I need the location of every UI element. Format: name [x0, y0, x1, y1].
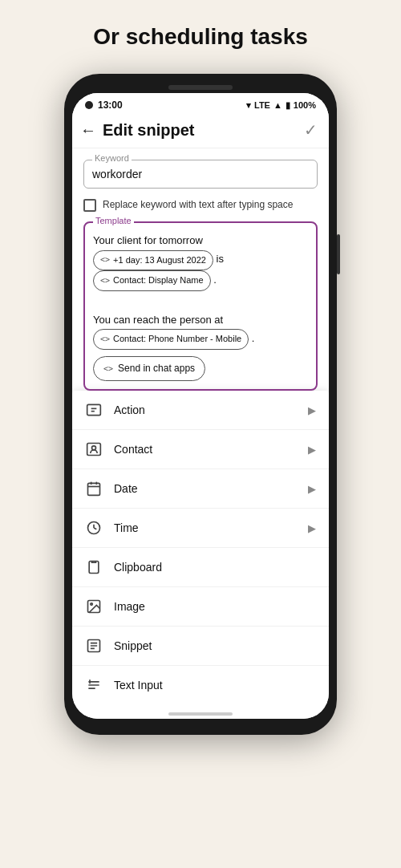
status-right: ▾ LTE ▲ ▮ 100% — [246, 100, 316, 111]
menu-item-snippet-label: Snippet — [114, 639, 152, 652]
time-icon — [85, 519, 103, 537]
chip-phone-label: Contact: Phone Number - Mobile — [113, 331, 241, 347]
confirm-button[interactable]: ✓ — [304, 120, 318, 140]
template-field: Template Your client for tomorrow <> +1 … — [83, 221, 318, 391]
signal-icon: ▲ — [273, 100, 282, 110]
contact-arrow-icon: ▶ — [308, 444, 316, 456]
menu-item-image[interactable]: Image — [72, 587, 329, 627]
date-arrow-icon: ▶ — [308, 483, 316, 495]
context-menu: Action ▶ Contact ▶ — [72, 391, 329, 704]
menu-item-time[interactable]: Time ▶ — [72, 509, 329, 548]
menu-item-time-label: Time — [114, 521, 139, 534]
menu-item-text-input[interactable]: Text Input — [72, 666, 329, 704]
action-icon — [85, 401, 103, 419]
svg-point-14 — [91, 603, 93, 606]
back-button[interactable]: ← — [80, 121, 96, 140]
status-time: 13:00 — [98, 99, 123, 111]
bottom-indicator — [72, 704, 329, 719]
svg-rect-0 — [87, 405, 101, 416]
chip-date-icon: <> — [100, 253, 110, 267]
contact-icon — [85, 440, 103, 458]
menu-item-action-left: Action — [85, 401, 145, 419]
send-chat-chip[interactable]: <> Send in chat apps — [93, 356, 205, 382]
keyword-value: workorder — [92, 168, 142, 180]
menu-item-clipboard[interactable]: Clipboard — [72, 548, 329, 587]
chip-contact-name[interactable]: <> Contact: Display Name — [93, 270, 211, 291]
template-inline3: . — [252, 332, 255, 344]
replace-keyword-row[interactable]: Replace keyword with text after typing s… — [83, 198, 318, 212]
phone-frame: 13:00 ▾ LTE ▲ ▮ 100% ← Edit snippet ✓ Ke… — [64, 74, 337, 735]
svg-rect-5 — [88, 484, 100, 496]
chip-date[interactable]: <> +1 day: 13 August 2022 — [93, 250, 213, 271]
snippet-icon — [85, 637, 103, 655]
menu-item-text-input-left: Text Input — [85, 676, 163, 694]
replace-keyword-label: Replace keyword with text after typing s… — [103, 198, 293, 212]
menu-item-contact-label: Contact — [114, 443, 152, 456]
page-title: Or scheduling tasks — [77, 24, 324, 50]
phone-notch — [72, 85, 329, 90]
battery-icon: ▮ — [286, 100, 290, 111]
chip-contact-name-label: Contact: Display Name — [113, 273, 204, 289]
chip-contact-name-icon: <> — [100, 274, 110, 288]
phone-screen: 13:00 ▾ LTE ▲ ▮ 100% ← Edit snippet ✓ Ke… — [72, 93, 329, 719]
image-icon — [85, 598, 103, 615]
menu-item-image-label: Image — [114, 600, 145, 613]
template-inline1: is — [217, 253, 224, 265]
menu-item-time-left: Time — [85, 519, 139, 537]
send-chip-label: Send in chat apps — [118, 360, 195, 378]
template-line2: You can reach the person at — [93, 314, 223, 326]
menu-item-date[interactable]: Date ▶ — [72, 469, 329, 509]
bottom-bar — [168, 712, 233, 716]
wifi-icon: ▾ — [246, 100, 251, 111]
template-inline2: . — [213, 274, 217, 286]
send-chip-icon: <> — [103, 362, 113, 376]
template-line1: Your client for tomorrow — [93, 234, 203, 246]
screen-content: Keyword workorder Replace keyword with t… — [72, 148, 329, 391]
keyword-label: Keyword — [92, 153, 132, 163]
date-icon — [85, 480, 103, 497]
menu-item-clipboard-left: Clipboard — [85, 558, 162, 576]
menu-item-contact-left: Contact — [85, 440, 152, 458]
keyword-field[interactable]: Keyword workorder — [83, 160, 318, 189]
app-header-left: ← Edit snippet — [80, 121, 194, 140]
time-arrow-icon: ▶ — [308, 522, 316, 534]
menu-item-action[interactable]: Action ▶ — [72, 391, 329, 430]
menu-item-text-input-label: Text Input — [114, 679, 163, 692]
clipboard-icon — [85, 558, 103, 576]
app-header: ← Edit snippet ✓ — [72, 114, 329, 148]
screen-title: Edit snippet — [103, 121, 194, 140]
camera-dot — [85, 101, 93, 109]
template-label: Template — [93, 216, 134, 225]
menu-item-date-label: Date — [114, 482, 138, 495]
lte-label: LTE — [254, 100, 270, 110]
chip-date-label: +1 day: 13 August 2022 — [113, 253, 206, 269]
menu-item-snippet-left: Snippet — [85, 637, 152, 655]
status-bar: 13:00 ▾ LTE ▲ ▮ 100% — [72, 93, 329, 114]
replace-keyword-checkbox[interactable] — [83, 199, 96, 212]
template-body: Your client for tomorrow <> +1 day: 13 A… — [93, 231, 308, 381]
side-button — [337, 234, 340, 274]
battery-label: 100% — [294, 100, 316, 110]
menu-item-contact[interactable]: Contact ▶ — [72, 430, 329, 469]
menu-item-clipboard-label: Clipboard — [114, 561, 162, 574]
chip-phone-icon: <> — [100, 332, 110, 347]
menu-item-date-left: Date — [85, 480, 138, 497]
status-left: 13:00 — [85, 99, 123, 111]
chip-phone[interactable]: <> Contact: Phone Number - Mobile — [93, 329, 249, 350]
menu-item-image-left: Image — [85, 598, 145, 615]
text-input-icon — [85, 676, 103, 694]
svg-line-11 — [94, 528, 96, 529]
action-arrow-icon: ▶ — [308, 404, 316, 416]
menu-item-snippet[interactable]: Snippet — [72, 627, 329, 666]
menu-item-action-label: Action — [114, 404, 145, 416]
